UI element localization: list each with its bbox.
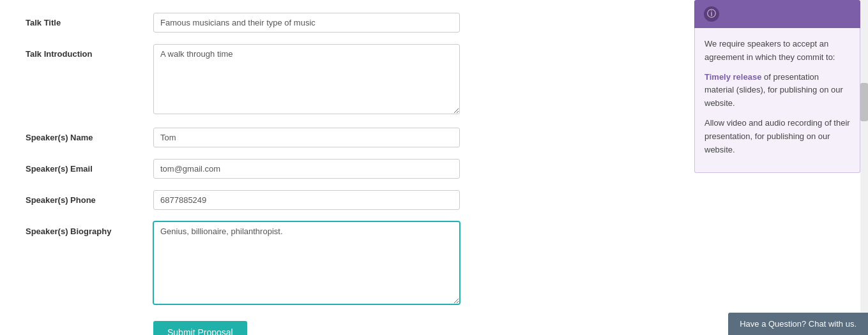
speakers-name-field bbox=[153, 128, 460, 147]
agreement-text-3: Allow video and audio recording of their… bbox=[704, 117, 850, 156]
speakers-bio-field: Genius, billionaire, philanthropist. bbox=[153, 221, 460, 306]
speakers-bio-textarea[interactable]: Genius, billionaire, philanthropist. bbox=[153, 221, 460, 304]
sidebar-header: ⓘ bbox=[694, 0, 860, 28]
scrollbar-thumb[interactable] bbox=[860, 83, 868, 121]
timely-label: Timely release bbox=[704, 72, 761, 82]
speakers-bio-label: Speaker(s) Biography bbox=[26, 221, 153, 236]
info-icon: ⓘ bbox=[704, 6, 719, 22]
speakers-name-input[interactable] bbox=[153, 128, 460, 147]
speakers-email-row: Speaker(s) Email bbox=[26, 159, 669, 179]
submit-proposal-button[interactable]: Submit Proposal bbox=[153, 321, 247, 335]
speakers-phone-row: Speaker(s) Phone bbox=[26, 190, 669, 210]
speakers-email-input[interactable] bbox=[153, 159, 460, 179]
speakers-email-field bbox=[153, 159, 460, 179]
scrollbar[interactable] bbox=[860, 0, 868, 335]
sidebar-agreement-box: We require speakers to accept an agreeme… bbox=[694, 28, 860, 173]
talk-intro-textarea[interactable]: A walk through time bbox=[153, 44, 460, 114]
talk-title-input[interactable] bbox=[153, 13, 460, 33]
talk-intro-label: Talk Introduction bbox=[26, 44, 153, 59]
main-content: Talk Title Talk Introduction A walk thro… bbox=[0, 0, 694, 335]
agreement-text-2: Timely release of presentation material … bbox=[704, 71, 850, 110]
talk-title-row: Talk Title bbox=[26, 13, 669, 33]
talk-title-label: Talk Title bbox=[26, 13, 153, 27]
chat-button[interactable]: Have a Question? Chat with us. bbox=[728, 313, 868, 335]
talk-title-field bbox=[153, 13, 460, 33]
speakers-name-row: Speaker(s) Name bbox=[26, 128, 669, 147]
talk-intro-field: A walk through time bbox=[153, 44, 460, 116]
speakers-phone-field bbox=[153, 190, 460, 210]
sidebar: ⓘ We require speakers to accept an agree… bbox=[694, 0, 860, 335]
speakers-email-label: Speaker(s) Email bbox=[26, 159, 153, 174]
speakers-phone-input[interactable] bbox=[153, 190, 460, 210]
agreement-text-1: We require speakers to accept an agreeme… bbox=[704, 38, 850, 64]
submit-row: Submit Proposal bbox=[26, 318, 669, 335]
speakers-phone-label: Speaker(s) Phone bbox=[26, 190, 153, 205]
speakers-name-label: Speaker(s) Name bbox=[26, 128, 153, 142]
speakers-bio-row: Speaker(s) Biography Genius, billionaire… bbox=[26, 221, 669, 306]
talk-intro-row: Talk Introduction A walk through time bbox=[26, 44, 669, 116]
